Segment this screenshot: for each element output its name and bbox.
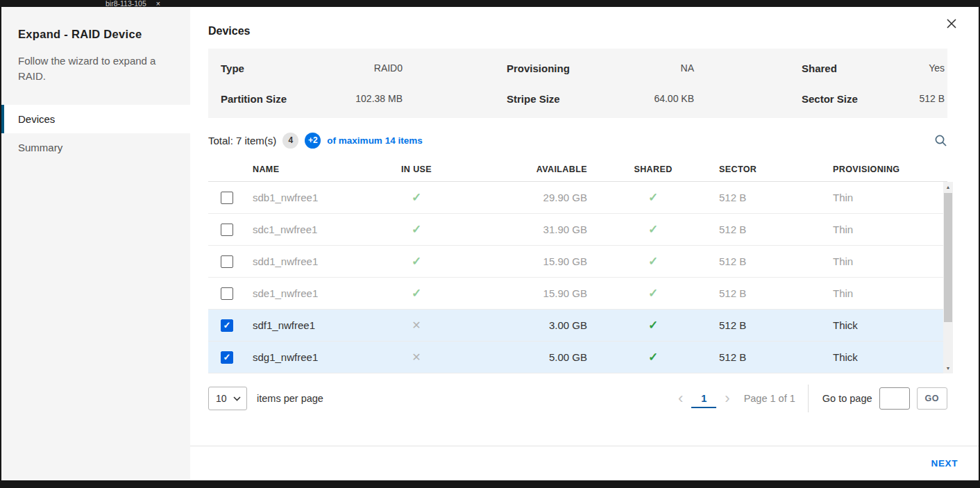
device-name: sdg1_nwfree1 — [253, 351, 378, 363]
device-name: sdb1_nwfree1 — [253, 192, 378, 203]
summary-field-value: NA — [681, 62, 694, 74]
column-header-shared: SHARED — [587, 165, 719, 174]
summary-field-value: 102.38 MB — [355, 93, 403, 104]
summary-field-value: 64.00 KB — [654, 93, 694, 104]
row-checkbox[interactable] — [221, 287, 233, 300]
checkbox-cell — [208, 192, 253, 204]
items-per-page-select[interactable]: 10 — [208, 387, 247, 410]
sector-value: 512 B — [719, 255, 833, 267]
shared-checkmark-icon: ✓ — [587, 286, 719, 301]
row-checkbox[interactable]: ✓ — [221, 351, 233, 364]
device-name: sdc1_nwfree1 — [253, 224, 378, 235]
summary-field-label: Stripe Size — [507, 93, 560, 105]
page-navigation: ‹ 1 › Page 1 of 1 — [673, 389, 808, 408]
summary-field: ProvisioningNA — [455, 53, 701, 83]
devices-table: NAMEIN USEAVAILABLESHAREDSECTORPROVISION… — [208, 157, 947, 373]
added-count-badge: +2 — [305, 133, 321, 149]
shared-checkmark-icon: ✓ — [587, 318, 719, 333]
scrollbar-down-icon[interactable]: ▼ — [943, 363, 953, 373]
table-row[interactable]: ✓sdf1_nwfree1✕3.00 GB✓512 BThick — [208, 310, 947, 342]
column-header-available: AVAILABLE — [455, 165, 587, 174]
summary-field-value: Yes — [929, 62, 945, 74]
pagination-bar: 10 items per page ‹ 1 › Page 1 of 1 Go t… — [208, 385, 947, 412]
wizard-title: Expand - RAID Device — [18, 28, 174, 41]
table-row[interactable]: sdb1_nwfree1✓29.90 GB✓512 BThin — [208, 182, 947, 214]
table-row[interactable]: sde1_nwfree1✓15.90 GB✓512 BThin — [208, 278, 947, 310]
in-use-checkmark-icon: ✓ — [378, 222, 455, 237]
summary-field-label: Type — [221, 62, 244, 74]
summary-field-value: 512 B — [919, 93, 945, 104]
available-value: 3.00 GB — [455, 319, 587, 331]
column-header-name: NAME — [253, 165, 378, 174]
column-header-sector: SECTOR — [719, 165, 833, 174]
provisioning-value: Thick — [833, 351, 947, 363]
go-to-page-input[interactable] — [879, 387, 910, 410]
background-tab-label: bir8-113-105 — [105, 0, 146, 7]
go-to-page-group: Go to page GO — [822, 387, 947, 410]
expand-raid-wizard-dialog: Expand - RAID Device Follow the wizard t… — [1, 7, 979, 480]
checkbox-cell — [208, 255, 253, 268]
row-checkbox[interactable] — [221, 255, 233, 268]
go-button[interactable]: GO — [917, 387, 947, 410]
table-row[interactable]: sdc1_nwfree1✓31.90 GB✓512 BThin — [208, 214, 947, 246]
next-page-icon[interactable]: › — [719, 391, 735, 406]
background-tab[interactable]: bir8-113-105 × — [105, 0, 160, 7]
page-info-text: Page 1 of 1 — [744, 393, 795, 404]
wizard-steps: DevicesSummary — [1, 105, 190, 162]
pagination-divider — [808, 385, 809, 412]
wizard-step-summary[interactable]: Summary — [1, 133, 190, 162]
row-checkbox[interactable] — [221, 192, 233, 204]
close-icon[interactable] — [944, 16, 959, 31]
items-per-page-label: items per page — [257, 393, 323, 404]
sector-value: 512 B — [719, 287, 833, 299]
summary-field: TypeRAID0 — [208, 53, 455, 83]
sector-value: 512 B — [719, 224, 833, 235]
wizard-sidebar: Expand - RAID Device Follow the wizard t… — [1, 7, 190, 480]
background-tab-close-icon[interactable]: × — [156, 0, 160, 7]
wizard-step-devices[interactable]: Devices — [1, 105, 190, 133]
device-summary-panel: TypeRAID0ProvisioningNASharedYesPartitio… — [208, 49, 947, 118]
sector-value: 512 B — [719, 319, 833, 331]
table-row[interactable]: sdd1_nwfree1✓15.90 GB✓512 BThin — [208, 246, 947, 278]
in-use-checkmark-icon: ✓ — [378, 190, 455, 205]
scrollbar-up-icon[interactable]: ▲ — [943, 182, 953, 192]
current-page[interactable]: 1 — [691, 389, 716, 408]
wizard-description: Follow the wizard to expand a RAID. — [18, 53, 167, 84]
background-window: bir8-113-105 × — [0, 0, 980, 7]
shared-checkmark-icon: ✓ — [587, 350, 719, 364]
shared-checkmark-icon: ✓ — [587, 222, 719, 237]
existing-count-badge: 4 — [282, 133, 298, 149]
checkbox-cell — [208, 224, 253, 236]
next-button[interactable]: NEXT — [931, 458, 958, 469]
table-scrollbar[interactable]: ▲ ▼ — [943, 182, 953, 373]
device-name: sde1_nwfree1 — [253, 287, 378, 299]
in-use-checkmark-icon: ✓ — [378, 286, 455, 301]
prev-page-icon[interactable]: ‹ — [673, 391, 688, 406]
page-title: Devices — [208, 25, 947, 37]
shared-checkmark-icon: ✓ — [587, 254, 719, 269]
checkbox-cell: ✓ — [208, 351, 253, 364]
summary-field: Partition Size102.38 MB — [208, 83, 455, 114]
available-value: 31.90 GB — [455, 224, 587, 235]
available-value: 15.90 GB — [455, 287, 587, 299]
summary-field-label: Partition Size — [221, 93, 287, 105]
provisioning-value: Thin — [833, 287, 947, 299]
summary-field: Stripe Size64.00 KB — [455, 83, 701, 114]
search-icon[interactable] — [934, 134, 947, 147]
row-checkbox[interactable] — [221, 224, 233, 236]
sector-value: 512 B — [719, 351, 833, 363]
available-value: 29.90 GB — [455, 192, 587, 203]
table-row[interactable]: ✓sdg1_nwfree1✕5.00 GB✓512 BThick — [208, 342, 947, 373]
in-use-x-icon: ✕ — [378, 319, 455, 332]
summary-field: Sector Size512 B — [701, 83, 947, 114]
table-body: sdb1_nwfree1✓29.90 GB✓512 BThinsdc1_nwfr… — [208, 182, 947, 373]
device-name: sdf1_nwfree1 — [253, 319, 378, 331]
available-value: 15.90 GB — [455, 255, 587, 267]
column-header-provisioning: PROVISIONING — [833, 165, 947, 174]
total-count-text: Total: 7 item(s) — [208, 135, 276, 146]
items-per-page-value: 10 — [216, 393, 227, 404]
scrollbar-thumb[interactable] — [944, 193, 952, 322]
dialog-footer: NEXT — [190, 446, 979, 480]
row-checkbox[interactable]: ✓ — [221, 319, 233, 332]
in-use-x-icon: ✕ — [378, 351, 455, 364]
